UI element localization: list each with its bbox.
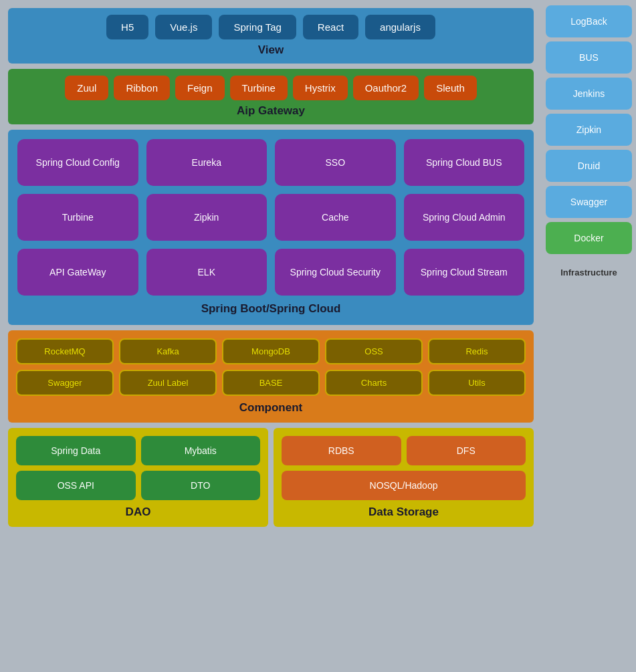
datastorage-item: DFS: [407, 436, 526, 465]
view-label: View: [15, 43, 527, 57]
component-item: BASE: [222, 370, 320, 396]
view-section: H5Vue.jsSpring TagReactangularjs View: [8, 8, 534, 64]
component-section: RocketMQKafkaMongoDBOSSRedisSwaggerZuul …: [8, 330, 534, 423]
component-item: Swagger: [16, 370, 114, 396]
sidebar-btn-logback[interactable]: LogBack: [546, 5, 632, 37]
component-item: Zuul Label: [119, 370, 217, 396]
gateway-item: Turbine: [230, 76, 288, 100]
springboot-item: Spring Cloud Admin: [404, 194, 525, 241]
sidebar-btn-zipkin[interactable]: Zipkin: [546, 114, 632, 146]
springboot-item: Eureka: [146, 139, 268, 186]
view-item: React: [303, 15, 358, 39]
view-item: H5: [106, 15, 148, 39]
dao-label: DAO: [16, 506, 260, 519]
gateway-items: ZuulRibbonFeignTurbineHystrixOauthor2Sle…: [15, 76, 527, 100]
gateway-item: Ribbon: [114, 76, 170, 100]
component-label: Component: [16, 401, 526, 415]
view-item: Spring Tag: [219, 15, 296, 39]
sidebar-btn-bus[interactable]: BUS: [546, 41, 632, 74]
component-item: OSS: [325, 338, 423, 364]
gateway-label: Aip Gateway: [15, 104, 527, 118]
springboot-section: Spring Cloud ConfigEurekaSSOSpring Cloud…: [8, 130, 534, 325]
sidebar: LogBackBUSJenkinsZipkinDruidSwaggerDocke…: [542, 0, 636, 672]
ds-top: RDBSDFS: [282, 436, 526, 465]
ds-bottom: NOSQL/Hadoop: [282, 471, 526, 500]
gateway-item: Feign: [175, 76, 225, 100]
sidebar-btn-swagger[interactable]: Swagger: [546, 186, 632, 218]
datastorage-label: Data Storage: [282, 506, 526, 519]
springboot-item: Spring Cloud Security: [275, 249, 396, 296]
view-item: angularjs: [365, 15, 435, 39]
springboot-label: Spring Boot/Spring Cloud: [17, 302, 524, 316]
gateway-item: Sleuth: [424, 76, 477, 100]
dao-item: Spring Data: [16, 436, 136, 465]
view-item: Vue.js: [155, 15, 212, 39]
datastorage-section: RDBSDFS NOSQL/Hadoop Data Storage: [274, 428, 534, 527]
bottom-section: Spring DataMybatisOSS APIDTO DAO RDBSDFS…: [8, 428, 534, 527]
main-content: H5Vue.jsSpring TagReactangularjs View Zu…: [0, 0, 542, 672]
datastorage-item: RDBS: [282, 436, 401, 465]
component-grid: RocketMQKafkaMongoDBOSSRedisSwaggerZuul …: [16, 338, 526, 396]
sidebar-btn-druid[interactable]: Druid: [546, 150, 632, 182]
springboot-item: Spring Cloud Config: [17, 139, 138, 186]
component-item: MongoDB: [222, 338, 320, 364]
springboot-item: Cache: [275, 194, 396, 241]
springboot-item: SSO: [275, 139, 396, 186]
sidebar-btn-docker[interactable]: Docker: [546, 222, 632, 254]
gateway-item: Hystrix: [293, 76, 348, 100]
springboot-item: Spring Cloud Stream: [404, 249, 525, 296]
gateway-item: Oauthor2: [353, 76, 419, 100]
dao-item: Mybatis: [141, 436, 261, 465]
dao-grid: Spring DataMybatisOSS APIDTO: [16, 436, 260, 500]
component-item: RocketMQ: [16, 338, 114, 364]
gateway-item: Zuul: [65, 76, 108, 100]
springboot-item: API GateWay: [17, 249, 138, 296]
springboot-item: ELK: [146, 249, 268, 296]
component-item: Utils: [428, 370, 526, 396]
springboot-item: Zipkin: [146, 194, 268, 241]
dao-item: DTO: [141, 471, 261, 500]
component-item: Kafka: [119, 338, 217, 364]
dao-section: Spring DataMybatisOSS APIDTO DAO: [8, 428, 268, 527]
springboot-item: Spring Cloud BUS: [404, 139, 525, 186]
view-items: H5Vue.jsSpring TagReactangularjs: [15, 15, 527, 39]
gateway-section: ZuulRibbonFeignTurbineHystrixOauthor2Sle…: [8, 69, 534, 124]
sidebar-btn-jenkins[interactable]: Jenkins: [546, 78, 632, 110]
springboot-item: Turbine: [17, 194, 138, 241]
component-item: Charts: [325, 370, 423, 396]
ds-nosql: NOSQL/Hadoop: [282, 471, 526, 500]
sidebar-label: Infrastructure: [546, 267, 632, 277]
component-item: Redis: [428, 338, 526, 364]
springboot-grid: Spring Cloud ConfigEurekaSSOSpring Cloud…: [17, 139, 524, 296]
dao-item: OSS API: [16, 471, 136, 500]
